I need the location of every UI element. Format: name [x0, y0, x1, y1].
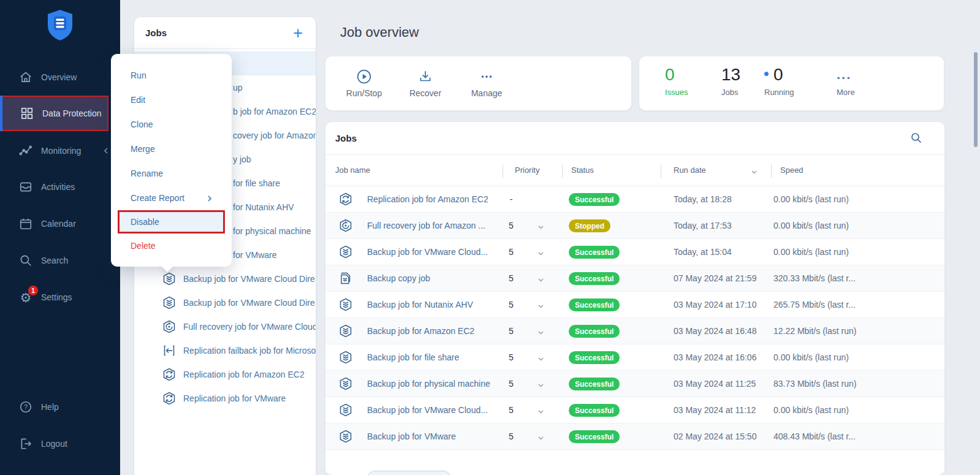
priority-value: 5 — [503, 221, 519, 230]
job-name: Full recovery job for Amazon ... — [367, 221, 485, 230]
column-header-priority[interactable]: Priority — [515, 165, 539, 175]
job-list-item[interactable]: Backup job for VMware Cloud Dire — [134, 291, 316, 314]
menu-item-create-report[interactable]: Create Report — [111, 186, 232, 210]
monitoring-icon — [19, 144, 32, 158]
sidebar-item-label: Help — [41, 402, 59, 412]
priority-dropdown-chevron-icon[interactable] — [537, 249, 545, 257]
status-badge: Successful — [569, 378, 620, 390]
job-list-item[interactable]: Backup job for VMware Cloud Dire — [134, 267, 316, 291]
status-badge: Successful — [569, 404, 620, 417]
menu-item-label: Create Report — [131, 193, 184, 203]
failback-job-icon — [162, 344, 176, 357]
job-name: Backup job for Amazon EC2 — [367, 326, 474, 336]
chevron-left-icon[interactable] — [100, 144, 112, 158]
download-icon — [417, 69, 433, 85]
backup-job-icon — [339, 377, 352, 390]
replication-job-icon — [339, 192, 352, 206]
table-row[interactable]: Backup job for VMware Cloud...5Successfu… — [325, 397, 944, 424]
job-list-item[interactable]: Replication job for Amazon EC2 — [134, 362, 316, 386]
column-divider — [562, 164, 563, 178]
sidebar-item-overview[interactable]: Overview — [0, 59, 120, 96]
copy-job-icon — [339, 272, 352, 285]
speed-value: 12.22 Mbit/s (last run) — [773, 326, 856, 336]
search-icon[interactable] — [910, 132, 922, 144]
priority-dropdown-chevron-icon[interactable] — [537, 433, 545, 441]
sidebar-item-label: Data Protection — [42, 108, 102, 118]
stat-label: Issues — [665, 88, 688, 97]
stat-more[interactable]: ...More — [837, 65, 855, 97]
job-list-item[interactable]: Full recovery job for VMware Cloud — [134, 314, 316, 338]
priority-dropdown-chevron-icon[interactable] — [537, 328, 545, 336]
run-date: 03 May 2024 at 11:12 — [674, 405, 756, 415]
sidebar-item-monitoring[interactable]: Monitoring — [0, 132, 120, 169]
sidebar-item-label: Settings — [41, 292, 72, 302]
table-row[interactable]: Full recovery job for Amazon ...5Stopped… — [325, 213, 944, 239]
job-actions-card: Run/StopRecoverManage — [325, 56, 631, 110]
column-header-run-date[interactable]: Run date — [674, 165, 706, 175]
job-name: Backup job for physical machine — [367, 379, 490, 389]
table-row[interactable]: Backup job for Nutanix AHV5Successful03 … — [325, 292, 944, 318]
sidebar-item-search[interactable]: Search — [0, 242, 120, 279]
priority-value: - — [503, 194, 519, 204]
priority-dropdown-chevron-icon[interactable] — [537, 302, 545, 310]
sidebar-item-calendar[interactable]: Calendar — [0, 205, 120, 242]
backup-job-icon — [162, 296, 176, 310]
job-stats-card: 0Issues13Jobs0Running...More — [639, 56, 944, 110]
priority-dropdown-chevron-icon[interactable] — [537, 407, 545, 415]
menu-item-run[interactable]: Run — [111, 63, 232, 88]
status-badge: Successful — [569, 298, 620, 311]
column-header-job-name[interactable]: Job name — [335, 165, 370, 175]
sidebar-item-data-protection[interactable]: Data Protection — [0, 96, 108, 131]
show-more-button[interactable] — [367, 471, 452, 475]
priority-dropdown-chevron-icon[interactable] — [537, 275, 545, 283]
table-row[interactable]: Backup copy job5Successful07 May 2024 at… — [325, 265, 944, 292]
page-scrollbar[interactable] — [974, 52, 978, 147]
action-label: Manage — [471, 88, 503, 98]
column-header-status[interactable]: Status — [571, 165, 594, 175]
menu-item-label: Delete — [131, 241, 155, 251]
priority-dropdown-chevron-icon[interactable] — [537, 222, 545, 230]
status-badge: Stopped — [569, 219, 610, 232]
priority-dropdown-chevron-icon[interactable] — [537, 354, 545, 362]
priority-dropdown-chevron-icon[interactable] — [537, 381, 545, 389]
column-header-speed[interactable]: Speed — [780, 165, 803, 175]
run-date: Today, at 18:28 — [674, 194, 732, 204]
sidebar-item-settings[interactable]: ⚙1Settings — [0, 279, 120, 316]
table-row[interactable]: Backup job for physical machine5Successf… — [325, 371, 944, 397]
stat-value: 0 — [665, 65, 688, 85]
sort-chevron-down-icon[interactable] — [750, 167, 758, 175]
table-row[interactable]: Backup job for VMware5Successful02 May 2… — [325, 424, 944, 450]
menu-item-label: Clone — [131, 120, 153, 129]
add-job-button[interactable]: + — [293, 24, 303, 42]
table-row[interactable]: Replication job for Amazon EC2-Successfu… — [325, 186, 944, 213]
job-list-item-label: Replication job for VMware — [183, 393, 286, 403]
job-name: Backup job for VMware Cloud... — [367, 405, 488, 415]
speed-value: 0.00 kbit/s (last run) — [773, 221, 849, 230]
menu-item-disable[interactable]: Disable — [118, 210, 225, 234]
run-stop-button[interactable]: Run/Stop — [343, 69, 386, 98]
job-name: Backup job for VMware Cloud... — [367, 247, 488, 257]
table-row[interactable]: Backup job for file share5Successful03 M… — [325, 344, 944, 371]
svg-text:?: ? — [24, 403, 28, 411]
sidebar-item-activities[interactable]: Activities — [0, 169, 120, 205]
manage-button[interactable]: Manage — [465, 69, 508, 98]
running-dot-icon — [764, 72, 769, 76]
recover-button[interactable]: Recover — [404, 69, 447, 98]
job-list-item[interactable]: Replication job for VMware — [134, 386, 316, 410]
table-row[interactable]: Backup job for VMware Cloud...5Successfu… — [325, 239, 944, 265]
menu-item-clone[interactable]: Clone — [111, 112, 232, 137]
menu-item-rename[interactable]: Rename — [111, 161, 232, 186]
menu-item-merge[interactable]: Merge — [111, 137, 232, 161]
run-date: 03 May 2024 at 16:48 — [674, 326, 756, 336]
job-list-item[interactable]: Replication failback job for Microsof — [134, 338, 316, 362]
sidebar-item-logout[interactable]: Logout — [0, 425, 120, 462]
column-divider — [771, 164, 772, 178]
backup-job-icon — [339, 245, 352, 259]
action-label: Recover — [409, 88, 441, 98]
stat-issues: 0Issues — [665, 65, 688, 97]
menu-item-delete[interactable]: Delete — [111, 234, 232, 258]
sidebar-item-help[interactable]: ?Help — [0, 389, 120, 425]
menu-item-edit[interactable]: Edit — [111, 88, 232, 112]
backup-job-icon — [339, 403, 352, 417]
table-row[interactable]: Backup job for Amazon EC25Successful03 M… — [325, 318, 944, 344]
